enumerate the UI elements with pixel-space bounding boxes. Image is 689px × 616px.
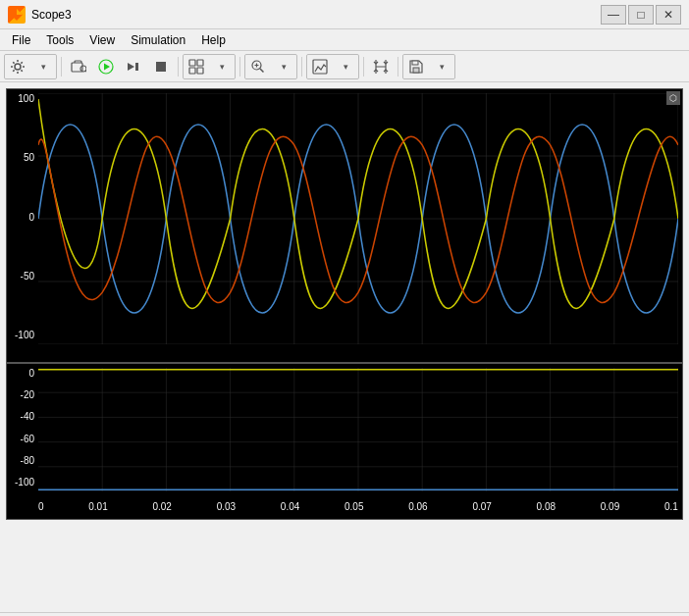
y-label-neg40: -40 [9, 411, 36, 422]
y-label-0-top: 0 [9, 212, 36, 223]
y-label-neg50: -50 [9, 271, 36, 282]
svg-marker-7 [128, 63, 134, 71]
expand-button[interactable]: ⬡ [666, 91, 680, 105]
window-title: Scope3 [31, 8, 601, 22]
minimize-button[interactable]: — [601, 5, 626, 25]
top-plot-svg [38, 93, 678, 344]
svg-rect-12 [189, 68, 195, 74]
svg-rect-10 [189, 60, 195, 66]
axes-arrow[interactable]: ▾ [333, 55, 358, 78]
y-label-50: 50 [9, 152, 36, 163]
svg-marker-1 [17, 9, 23, 15]
x-label-002: 0.02 [152, 501, 171, 512]
x-label-005: 0.05 [344, 501, 363, 512]
menu-bar: File Tools View Simulation Help [0, 29, 689, 51]
x-label-004: 0.04 [281, 501, 299, 512]
svg-point-2 [15, 64, 21, 70]
svg-rect-17 [412, 61, 418, 65]
y-label-neg100-top: -100 [9, 330, 36, 340]
zoom-arrow[interactable]: ▾ [271, 55, 296, 78]
run-button[interactable] [93, 55, 119, 78]
menu-view[interactable]: View [81, 31, 123, 49]
maximize-button[interactable]: □ [628, 5, 654, 25]
title-bar: Scope3 — □ ✕ [0, 0, 689, 29]
save-plot-button[interactable] [403, 55, 429, 78]
svg-marker-6 [104, 63, 110, 70]
window-controls: — □ ✕ [601, 5, 681, 25]
svg-rect-11 [197, 60, 203, 66]
menu-file[interactable]: File [4, 31, 38, 49]
stop-button[interactable] [148, 55, 174, 78]
x-label-009: 0.09 [601, 501, 619, 512]
y-label-neg80: -80 [9, 455, 36, 466]
svg-rect-13 [197, 68, 203, 74]
layout-button[interactable] [184, 55, 209, 78]
zoom-button[interactable] [245, 55, 271, 78]
y-label-0-bot: 0 [9, 368, 36, 379]
app-icon [8, 6, 26, 24]
svg-rect-9 [156, 62, 166, 72]
x-label-0: 0 [38, 501, 44, 512]
y-label-100: 100 [9, 93, 36, 104]
y-label-neg100-bot: -100 [9, 477, 36, 488]
x-label-003: 0.03 [217, 501, 236, 512]
y-label-neg60: -60 [9, 434, 36, 444]
step-forward-button[interactable] [121, 55, 146, 78]
menu-tools[interactable]: Tools [38, 31, 81, 49]
cursor-button[interactable] [368, 55, 394, 78]
layout-arrow[interactable]: ▾ [209, 55, 235, 78]
svg-rect-16 [413, 68, 419, 73]
x-label-001: 0.01 [88, 501, 107, 512]
top-axes: ⬡ 100 50 0 -50 -100 [6, 88, 683, 363]
toolbar: ▾ [0, 51, 689, 82]
open-scope-button[interactable] [66, 55, 91, 78]
save-arrow[interactable]: ▾ [429, 55, 454, 78]
x-label-007: 0.07 [472, 501, 491, 512]
settings-button[interactable] [5, 55, 30, 78]
menu-simulation[interactable]: Simulation [123, 31, 193, 49]
svg-rect-8 [135, 63, 138, 71]
axes-scale-button[interactable] [307, 55, 333, 78]
x-label-006: 0.06 [408, 501, 427, 512]
status-bar: Ready Sample based T=0.100 [0, 612, 689, 616]
menu-help[interactable]: Help [193, 31, 234, 49]
y-label-neg20: -20 [9, 389, 36, 400]
bottom-axes: 0 -20 -40 -60 -80 -100 [6, 363, 683, 520]
settings-arrow[interactable]: ▾ [30, 55, 56, 78]
x-label-01: 0.1 [664, 501, 678, 512]
plot-wrapper: ⬡ 100 50 0 -50 -100 [2, 84, 687, 610]
close-button[interactable]: ✕ [656, 5, 681, 25]
x-label-008: 0.08 [537, 501, 556, 512]
bottom-plot-svg [38, 368, 678, 491]
plot-container: ⬡ 100 50 0 -50 -100 [0, 82, 689, 612]
svg-point-4 [80, 66, 86, 72]
